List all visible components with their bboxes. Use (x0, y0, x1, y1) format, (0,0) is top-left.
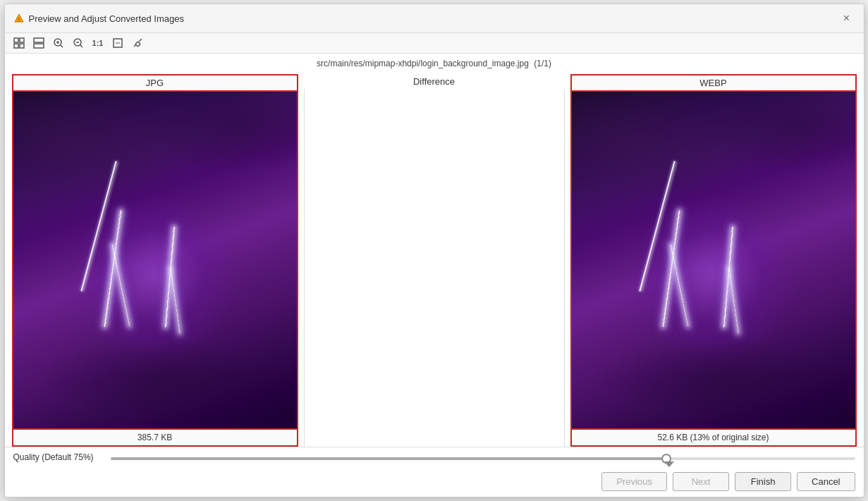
file-path-text: src/main/res/mipmap-xhdpi/login_backgrou… (317, 59, 529, 68)
difference-label: Difference (304, 74, 565, 89)
fit-button[interactable] (109, 35, 126, 52)
panels-row: JPG 385.7 KB Difference WEBP (5, 70, 864, 447)
cancel-button[interactable]: Cancel (797, 472, 855, 491)
svg-line-20 (134, 44, 136, 47)
grid2-icon-button[interactable] (30, 35, 47, 52)
dialog-title: Preview and Adjust Converted Images (29, 13, 184, 24)
file-counter: (1/1) (534, 59, 551, 68)
file-path: src/main/res/mipmap-xhdpi/login_backgrou… (317, 59, 551, 68)
close-button[interactable]: × (838, 10, 855, 27)
zoom-in-button[interactable] (50, 35, 67, 52)
quality-label: Quality (Default 75%) (13, 452, 105, 462)
previous-button[interactable]: Previous (601, 472, 667, 491)
slider-marker-triangle (664, 461, 674, 467)
eyedropper-button[interactable] (129, 35, 146, 52)
svg-rect-19 (135, 42, 140, 47)
zoom-in-icon (53, 37, 64, 49)
grid-icon-button[interactable] (11, 35, 27, 52)
file-path-bar: src/main/res/mipmap-xhdpi/login_backgrou… (5, 54, 864, 70)
webp-panel: WEBP 52.6 KB (13% of original size) (570, 74, 857, 447)
svg-rect-1 (18, 18, 20, 20)
slider-marker (664, 461, 674, 467)
webp-image (572, 92, 855, 428)
eyedropper-icon (132, 37, 143, 49)
svg-line-18 (139, 39, 142, 42)
jpg-image-area (12, 92, 298, 428)
difference-panel: Difference (304, 74, 565, 447)
webp-label: WEBP (570, 74, 857, 92)
zoom-out-button[interactable] (70, 35, 87, 52)
next-button[interactable]: Next (673, 472, 729, 491)
jpg-image (13, 92, 297, 428)
fit-icon (112, 37, 123, 49)
dialog-titlebar: Preview and Adjust Converted Images × (5, 4, 864, 33)
svg-rect-5 (14, 44, 18, 48)
preview-dialog: Preview and Adjust Converted Images × (4, 4, 864, 497)
app-icon (13, 13, 25, 24)
jpg-label: JPG (12, 74, 298, 92)
jpg-panel: JPG 385.7 KB (12, 74, 298, 447)
svg-rect-4 (20, 38, 24, 42)
one-to-one-button[interactable]: 1:1 (90, 35, 106, 52)
title-left: Preview and Adjust Converted Images (13, 13, 184, 24)
svg-point-2 (18, 20, 20, 22)
finish-button[interactable]: Finish (735, 472, 791, 491)
bottom-bar: Quality (Default 75%) Previous Next Fini… (5, 447, 864, 497)
svg-rect-8 (34, 44, 44, 48)
zoom-out-icon (73, 37, 84, 49)
svg-rect-6 (20, 44, 24, 48)
grid1-icon (13, 37, 25, 49)
svg-line-15 (80, 45, 82, 48)
top-toolbar: 1:1 (5, 33, 864, 54)
jpg-size-badge: 385.7 KB (12, 428, 298, 447)
webp-image-area (570, 92, 857, 428)
webp-size-badge: 52.6 KB (13% of original size) (570, 428, 857, 447)
quality-slider[interactable] (111, 457, 855, 460)
grid2-icon (33, 37, 44, 49)
svg-rect-3 (14, 38, 18, 42)
slider-container (111, 452, 855, 462)
one-to-one-label: 1:1 (92, 39, 104, 47)
svg-line-12 (60, 45, 63, 48)
difference-area (304, 89, 565, 447)
quality-row: Quality (Default 75%) (5, 447, 864, 466)
button-row: Previous Next Finish Cancel (5, 466, 864, 497)
svg-rect-7 (34, 38, 44, 42)
